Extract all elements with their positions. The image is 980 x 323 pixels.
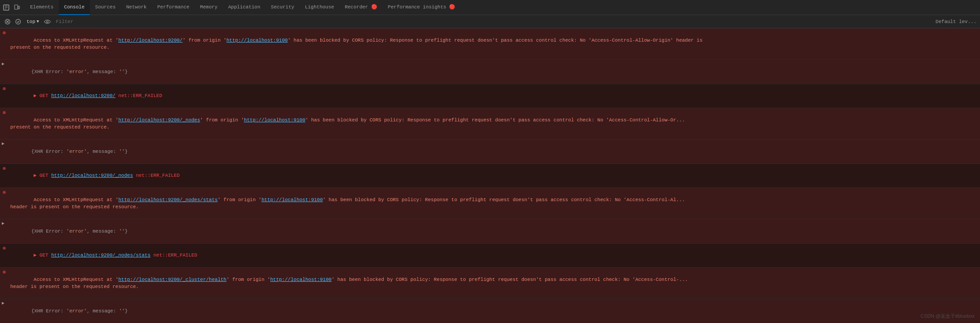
- filter-input[interactable]: [54, 18, 933, 25]
- error-icon: ⊗: [3, 165, 6, 172]
- expand-icon[interactable]: ▶: [2, 141, 4, 146]
- error-icon: ⊗: [3, 109, 6, 116]
- log-entry: ⊗ Access to XMLHttpRequest at 'http://lo…: [0, 268, 980, 299]
- error-icon: ⊗: [3, 86, 6, 92]
- eye-icon[interactable]: [43, 18, 51, 26]
- svg-point-4: [16, 19, 21, 24]
- log-text: {XHR Error: 'error', message: ''}: [6, 140, 980, 163]
- url-link[interactable]: http://localhost:9200/_nodes: [51, 173, 133, 178]
- device-icon[interactable]: [12, 3, 21, 12]
- log-text: Access to XMLHttpRequest at 'http://loca…: [8, 109, 980, 139]
- log-entry: ⊗ Access to XMLHttpRequest at 'http://lo…: [0, 108, 980, 140]
- log-text: Access to XMLHttpRequest at 'http://loca…: [8, 29, 980, 59]
- error-icon: ⊗: [3, 245, 6, 252]
- tab-bar-icons: [2, 3, 21, 12]
- clear-console-icon[interactable]: [4, 18, 12, 26]
- expand-icon[interactable]: ▶: [2, 221, 4, 226]
- log-entry: ▶ {XHR Error: 'error', message: ''}: [0, 60, 980, 84]
- log-text: ▶ GET http://localhost:9200/_nodes/stats…: [8, 244, 980, 267]
- tab-console[interactable]: Console: [59, 0, 90, 15]
- tab-performance[interactable]: Performance: [152, 0, 195, 15]
- tab-recorder[interactable]: Recorder 🔴: [339, 0, 382, 15]
- tab-performance-insights[interactable]: Performance insights 🔴: [383, 0, 461, 15]
- tab-bar: Elements Console Sources Network Perform…: [0, 0, 980, 15]
- log-entry: ⊗ ▶ GET http://localhost:9200/_nodes/sta…: [0, 244, 980, 268]
- log-entry: ▶ {XHR Error: 'error', message: ''}: [0, 299, 980, 323]
- url-link[interactable]: http://localhost:9100: [270, 277, 332, 282]
- url-link[interactable]: http://localhost:9200/_nodes: [118, 117, 200, 123]
- error-icon: ⊗: [3, 269, 6, 276]
- tab-sources[interactable]: Sources: [90, 0, 121, 15]
- log-text: Access to XMLHttpRequest at 'http://loca…: [8, 188, 980, 218]
- console-output: ⊗ Access to XMLHttpRequest at 'http://lo…: [0, 28, 980, 323]
- devtools-window: Elements Console Sources Network Perform…: [0, 0, 980, 323]
- log-entry: ▶ {XHR Error: 'error', message: ''}: [0, 219, 980, 244]
- tab-elements[interactable]: Elements: [25, 0, 59, 15]
- url-link[interactable]: http://localhost:9200/: [51, 93, 115, 98]
- url-link[interactable]: http://localhost:9100: [244, 117, 305, 123]
- tab-memory[interactable]: Memory: [195, 0, 223, 15]
- default-level-label: Default lev...: [936, 19, 976, 24]
- log-text: {XHR Error: 'error', message: ''}: [6, 300, 980, 323]
- context-dropdown[interactable]: top ▼: [25, 18, 41, 25]
- log-entry: ▶ {XHR Error: 'error', message: ''}: [0, 140, 980, 164]
- url-link[interactable]: http://localhost:9200/_cluster/health: [118, 277, 226, 282]
- tab-security[interactable]: Security: [265, 0, 300, 15]
- url-link[interactable]: http://localhost:9200/_nodes/stats: [118, 197, 217, 202]
- log-text: {XHR Error: 'error', message: ''}: [6, 220, 980, 243]
- svg-rect-2: [18, 6, 19, 9]
- inspect-icon[interactable]: [2, 3, 11, 12]
- tab-application[interactable]: Application: [223, 0, 266, 15]
- svg-point-5: [46, 21, 48, 23]
- error-icon: ⊗: [3, 30, 6, 36]
- log-text: ▶ GET http://localhost:9200/_nodes net::…: [8, 164, 980, 187]
- error-icon: ⊗: [3, 189, 6, 196]
- log-text: Access to XMLHttpRequest at 'http://loca…: [8, 268, 980, 298]
- log-entry: ⊗ ▶ GET http://localhost:9200/ net::ERR_…: [0, 84, 980, 109]
- expand-icon[interactable]: ▶: [2, 61, 4, 66]
- console-toolbar: top ▼ Default lev...: [0, 15, 980, 28]
- watermark: CSDN @蓝盒子itbluebox: [921, 313, 975, 319]
- url-link[interactable]: http://localhost:9100: [227, 38, 288, 43]
- log-entry: ⊗ ▶ GET http://localhost:9200/_nodes net…: [0, 164, 980, 188]
- log-text: ▶ GET http://localhost:9200/ net::ERR_FA…: [8, 85, 980, 108]
- log-entry: ⊗ Access to XMLHttpRequest at 'http://lo…: [0, 28, 980, 60]
- url-link[interactable]: http://localhost:9200/: [118, 38, 182, 43]
- log-text: {XHR Error: 'error', message: ''}: [6, 60, 980, 83]
- svg-rect-1: [15, 5, 18, 9]
- tab-lighthouse[interactable]: Lighthouse: [300, 0, 339, 15]
- preserve-log-icon[interactable]: [14, 18, 22, 26]
- log-entry: ⊗ Access to XMLHttpRequest at 'http://lo…: [0, 188, 980, 219]
- url-link[interactable]: http://localhost:9100: [261, 197, 323, 202]
- url-link[interactable]: http://localhost:9200/_nodes/stats: [51, 253, 150, 258]
- tab-network[interactable]: Network: [121, 0, 152, 15]
- expand-icon[interactable]: ▶: [2, 300, 4, 306]
